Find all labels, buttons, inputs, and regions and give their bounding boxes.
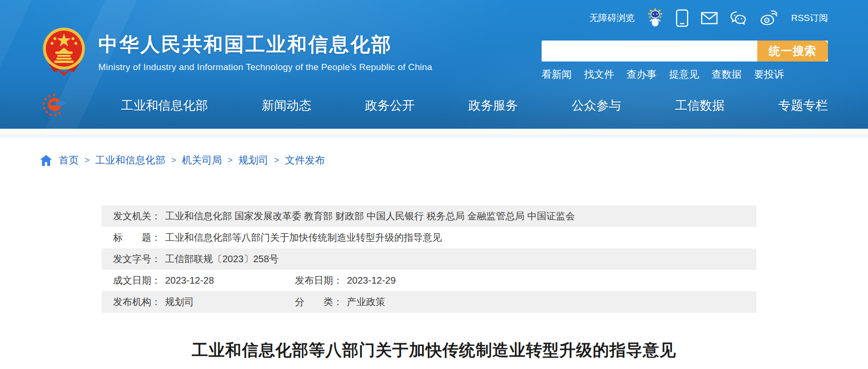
breadcrumb-separator: > <box>228 155 233 165</box>
meta-row-title: 标 题： 工业和信息化部等八部门关于加快传统制造业转型升级的指导意见 <box>102 227 756 248</box>
meta-label: 发文字号： <box>113 253 161 266</box>
meta-value: 工业和信息化部等八部门关于加快传统制造业转型升级的指导意见 <box>165 231 442 244</box>
breadcrumb-home[interactable]: 首页 <box>59 154 79 167</box>
document-meta-table: 发文机关： 工业和信息化部 国家发展改革委 教育部 财政部 中国人民银行 税务总… <box>102 205 756 313</box>
breadcrumb-miit[interactable]: 工业和信息化部 <box>95 154 166 167</box>
quick-links: 看新闻 找文件 查办事 提意见 查数据 要投诉 <box>542 68 828 81</box>
site-header: 无障碍浏览 <box>0 0 868 129</box>
mail-icon[interactable] <box>701 12 718 24</box>
meta-value: 产业政策 <box>347 296 385 308</box>
breadcrumb-separator: > <box>171 155 177 165</box>
meta-value: 2023-12-29 <box>347 275 396 286</box>
national-emblem-icon <box>42 27 86 77</box>
meta-value: 工业和信息化部 国家发展改革委 教育部 财政部 中国人民银行 税务总局 金融监管… <box>165 210 575 223</box>
meta-row-issuing-agency: 发文机关： 工业和信息化部 国家发展改革委 教育部 财政部 中国人民银行 税务总… <box>102 205 756 227</box>
meta-label: 发布日期： <box>295 274 343 287</box>
article-title: 工业和信息化部等八部门关于加快传统制造业转型升级的指导意见 <box>0 339 868 361</box>
breadcrumb: 首页 > 工业和信息化部 > 机关司局 > 规划司 > 文件发布 <box>40 154 325 167</box>
breadcrumb-planning[interactable]: 规划司 <box>239 154 269 167</box>
nav-item-participation[interactable]: 公众参与 <box>572 97 621 114</box>
utility-bar: 无障碍浏览 <box>589 8 828 29</box>
breadcrumb-separator: > <box>274 155 280 165</box>
quick-link-services[interactable]: 查办事 <box>627 68 657 81</box>
nav-item-news[interactable]: 新闻动态 <box>261 97 311 114</box>
meta-label: 发文机关： <box>113 210 161 223</box>
quick-link-complaint[interactable]: 要投诉 <box>754 68 784 81</box>
meta-label: 发布机构： <box>113 296 161 308</box>
quick-link-data[interactable]: 查数据 <box>711 68 742 81</box>
nav-item-gov-service[interactable]: 政务服务 <box>468 97 518 114</box>
quick-link-files[interactable]: 找文件 <box>584 68 614 81</box>
weibo-icon[interactable] <box>760 10 779 26</box>
robot-mascot-icon[interactable] <box>647 8 663 28</box>
quick-link-news[interactable]: 看新闻 <box>542 68 572 81</box>
nav-item-gov-info[interactable]: 政务公开 <box>365 97 415 114</box>
quick-link-suggest[interactable]: 提意见 <box>669 68 699 81</box>
rss-link[interactable]: RSS订阅 <box>791 12 828 24</box>
breadcrumb-departments[interactable]: 机关司局 <box>182 154 222 167</box>
site-title: 中华人民共和国工业和信息化部 <box>98 31 432 58</box>
main-nav: 工业和信息化部 新闻动态 政务公开 政务服务 公众参与 工信数据 专题专栏 <box>41 92 828 119</box>
nav-item-miit[interactable]: 工业和信息化部 <box>121 97 208 114</box>
meta-label: 标 题： <box>113 231 161 244</box>
header-shadow <box>0 133 868 139</box>
wechat-icon[interactable] <box>730 11 747 25</box>
meta-row-dates: 成文日期： 2023-12-28 发布日期： 2023-12-29 <box>102 270 756 291</box>
meta-row-publisher-category: 发布机构： 规划司 分 类： 产业政策 <box>102 291 756 313</box>
miit-e-logo-icon <box>41 93 67 118</box>
meta-label: 成文日期： <box>113 274 161 287</box>
accessibility-link[interactable]: 无障碍浏览 <box>589 12 635 24</box>
search-bar: 统一搜索 <box>542 41 828 62</box>
meta-value: 2023-12-28 <box>165 275 214 286</box>
meta-row-doc-number: 发文字号： 工信部联规〔2023〕258号 <box>102 248 756 270</box>
breadcrumb-separator: > <box>84 155 90 165</box>
home-icon <box>40 155 52 166</box>
site-logo[interactable]: 中华人民共和国工业和信息化部 Ministry of Industry and … <box>42 27 432 77</box>
mobile-icon[interactable] <box>676 9 689 27</box>
breadcrumb-document-release[interactable]: 文件发布 <box>285 154 325 167</box>
site-subtitle: Ministry of Industry and Information Tec… <box>98 62 432 72</box>
nav-item-special[interactable]: 专题专栏 <box>778 97 828 114</box>
nav-item-data[interactable]: 工信数据 <box>675 97 724 114</box>
meta-value: 规划司 <box>165 296 194 308</box>
meta-label: 分 类： <box>295 296 343 308</box>
meta-value: 工信部联规〔2023〕258号 <box>165 253 279 266</box>
search-button[interactable]: 统一搜索 <box>757 41 828 62</box>
